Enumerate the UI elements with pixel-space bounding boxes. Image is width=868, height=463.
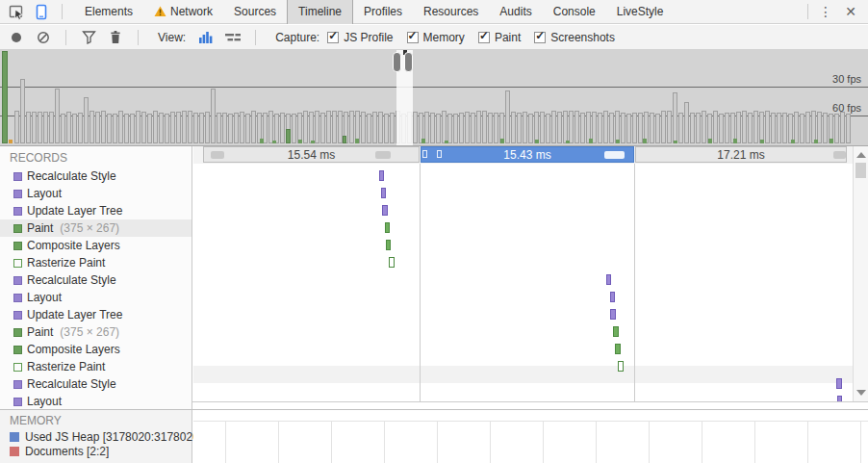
tab-console[interactable]: Console: [543, 0, 606, 24]
screenshot-chip: [422, 150, 427, 158]
checkbox-icon[interactable]: ✓: [534, 32, 546, 43]
record-button[interactable]: [8, 29, 25, 46]
frame-bar: [650, 113, 654, 143]
scroll-up-icon[interactable]: [856, 152, 866, 158]
tab-sources[interactable]: Sources: [223, 0, 287, 24]
device-mode-icon[interactable]: [33, 3, 50, 20]
record-row-composite-layers[interactable]: Composite Layers: [0, 341, 191, 358]
memory-gridline: [331, 422, 332, 463]
clear-button[interactable]: [35, 29, 52, 46]
divider: [62, 4, 63, 19]
frame-bar: [72, 114, 77, 143]
frame-bar: [153, 111, 158, 143]
checkbox-icon[interactable]: ✓: [327, 32, 339, 43]
frame-band-3[interactable]: 17.21 ms: [635, 146, 847, 163]
event-bar-paint[interactable]: [385, 222, 390, 233]
activity-tick: [589, 139, 593, 143]
event-bar-update-layer-tree[interactable]: [382, 205, 388, 216]
record-row-paint[interactable]: Paint(375 × 267): [0, 323, 191, 341]
record-row-recalculate-style[interactable]: Recalculate Style: [0, 375, 191, 393]
event-bar-update-layer-tree[interactable]: [610, 309, 616, 320]
frame-bar: [211, 89, 216, 143]
selection-handle-left[interactable]: [393, 52, 401, 72]
view-bars-icon[interactable]: [197, 29, 215, 46]
record-label: Layout: [27, 395, 62, 408]
frame-bar: [234, 113, 239, 143]
tab-resources[interactable]: Resources: [413, 0, 489, 24]
record-row-layout[interactable]: Layout: [0, 185, 191, 202]
memory-legend-item[interactable]: Used JS Heap [3178020:3178020]: [0, 429, 191, 444]
frame-bar: [147, 114, 152, 143]
divider: [807, 4, 808, 19]
selection-handle-right[interactable]: [404, 52, 413, 72]
timeline-toolbar: View: Capture: ✓JS Profile: [0, 25, 868, 50]
checkbox-icon[interactable]: ✓: [407, 32, 419, 43]
inspect-element-icon[interactable]: [8, 3, 25, 20]
trash-icon[interactable]: [107, 29, 124, 46]
scroll-thumb[interactable]: [855, 163, 866, 178]
menu-kebab-icon[interactable]: ⋮: [814, 1, 837, 22]
frame-band-2[interactable]: 15.43 ms: [421, 146, 634, 163]
frame-bar: [505, 90, 510, 143]
record-type-icon: [13, 346, 22, 354]
frame-bar: [14, 111, 19, 143]
capture-memory-checkbox[interactable]: ✓Memory: [407, 31, 465, 44]
scroll-down-icon[interactable]: [856, 390, 866, 396]
frame-bar: [511, 112, 516, 143]
record-row-recalculate-style[interactable]: Recalculate Style: [0, 271, 191, 289]
record-row-rasterize-paint[interactable]: Rasterize Paint: [0, 254, 191, 271]
record-row-paint[interactable]: Paint(375 × 267): [0, 219, 191, 237]
event-bar-recalculate-style[interactable]: [836, 378, 842, 389]
record-label: Layout: [27, 291, 62, 304]
view-label: View:: [158, 31, 186, 44]
event-bar-recalculate-style[interactable]: [606, 274, 611, 285]
event-bar-rasterize-paint[interactable]: [389, 257, 395, 268]
event-bar-paint[interactable]: [613, 326, 619, 337]
event-bar-recalculate-style[interactable]: [379, 170, 384, 181]
record-row-recalculate-style[interactable]: Recalculate Style: [0, 167, 191, 185]
event-bar-layout[interactable]: [381, 188, 386, 198]
records-timeline-grid[interactable]: 15.54 ms 15.43 ms 17.21 ms: [193, 146, 853, 401]
record-label: Recalculate Style: [27, 377, 116, 391]
tab-profiles[interactable]: Profiles: [353, 0, 413, 24]
activity-tick: [830, 139, 833, 143]
close-icon[interactable]: ✕: [839, 1, 862, 22]
event-bar-composite-layers[interactable]: [386, 240, 391, 250]
tab-livestyle[interactable]: LiveStyle: [606, 0, 675, 24]
frame-bar: [43, 112, 48, 143]
memory-legend-item[interactable]: Documents [2:2]: [0, 444, 191, 458]
record-row-update-layer-tree[interactable]: Update Layer Tree: [0, 306, 191, 323]
event-bar-rasterize-paint[interactable]: [618, 361, 624, 372]
record-row-update-layer-tree[interactable]: Update Layer Tree: [0, 202, 191, 219]
checkbox-icon[interactable]: ✓: [478, 32, 490, 43]
event-bar-composite-layers[interactable]: [615, 344, 621, 354]
tab-audits[interactable]: Audits: [489, 0, 542, 24]
tab-label: Timeline: [298, 5, 342, 18]
records-scrollbar[interactable]: [853, 146, 868, 401]
filter-icon[interactable]: [80, 29, 97, 46]
frame-bar: [436, 114, 441, 143]
activity-tick: [355, 139, 359, 143]
capture-screenshots-checkbox[interactable]: ✓Screenshots: [534, 31, 615, 44]
capture-paint-checkbox[interactable]: ✓Paint: [478, 31, 521, 44]
event-bar-layout[interactable]: [610, 292, 615, 302]
memory-legend: Used JS Heap [3178020:3178020]Documents …: [0, 429, 191, 458]
record-label: Update Layer Tree: [27, 308, 122, 322]
record-row-rasterize-paint[interactable]: Rasterize Paint: [0, 358, 191, 375]
record-row-composite-layers[interactable]: Composite Layers: [0, 237, 191, 254]
tab-elements[interactable]: Elements: [74, 0, 143, 24]
frame-band-1[interactable]: 15.54 ms: [203, 146, 420, 163]
view-flame-icon[interactable]: [224, 29, 242, 46]
capture-js-profile-checkbox[interactable]: ✓JS Profile: [327, 31, 393, 44]
tab-label: Audits: [499, 5, 531, 18]
record-row-layout[interactable]: Layout: [0, 393, 191, 409]
frames-overview[interactable]: 30 fps 60 fps: [0, 50, 868, 146]
tab-timeline[interactable]: Timeline: [287, 0, 353, 24]
checkbox-label: JS Profile: [344, 31, 393, 44]
record-row-layout[interactable]: Layout: [0, 289, 191, 306]
activity-tick: [9, 140, 13, 143]
frame-bar: [101, 111, 106, 143]
tab-bar-icons: [0, 3, 74, 20]
tab-network[interactable]: Network: [143, 0, 223, 24]
record-label: Update Layer Tree: [27, 204, 122, 218]
